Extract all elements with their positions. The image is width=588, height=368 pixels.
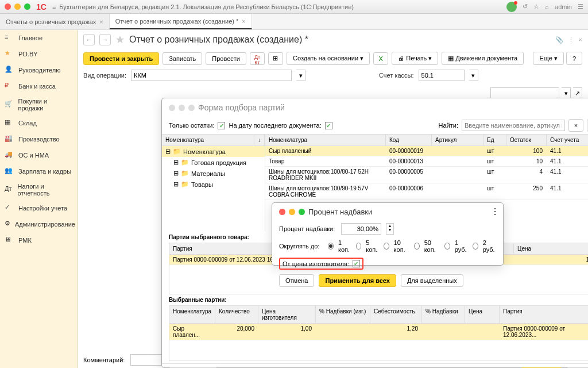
sidebar-item-poby[interactable]: ★PO.BY (0, 46, 77, 62)
sidebar-item-sales[interactable]: 🛒Покупки и продажи (0, 94, 77, 115)
tree-item[interactable]: ⊞📁Материалы (162, 168, 265, 179)
only-balance-checkbox[interactable]: ✔ (218, 122, 225, 129)
extra-field-1[interactable] (490, 87, 559, 99)
close-doc-icon[interactable]: × (579, 36, 582, 43)
pct-input[interactable] (341, 223, 381, 235)
history-icon[interactable]: ↺ (523, 3, 528, 10)
sidebar-item-hr[interactable]: 👥Зарплата и кадры (0, 163, 77, 179)
col-bal[interactable]: Остаток (506, 135, 547, 145)
nav-forward[interactable]: → (99, 34, 111, 45)
nomen-row[interactable]: Шины для мотоциклов:100/80-17 52H ROADRI… (265, 167, 588, 183)
search-icon[interactable]: ⌕ (545, 3, 549, 10)
col-nomen[interactable]: Номенклатура (265, 135, 386, 145)
sort-icon[interactable]: ↓ (254, 135, 265, 145)
pct-cancel-button[interactable]: Отмена (279, 274, 314, 287)
modal-min[interactable] (179, 105, 185, 111)
favorite-star-icon[interactable]: ★ (115, 33, 125, 46)
notifications-icon[interactable] (506, 2, 517, 12)
sidebar-item-manager[interactable]: 👤Руководителю (0, 62, 77, 78)
sidebar-item-taxes[interactable]: ДтНалоги и отчетность (0, 179, 77, 200)
search-clear[interactable]: × (568, 119, 583, 132)
dtkt-icon[interactable]: ДтКт (250, 52, 265, 65)
pct-close[interactable] (279, 209, 285, 215)
round-5kop[interactable] (356, 243, 362, 250)
favorite-icon[interactable]: ☆ (533, 3, 539, 10)
pct-menu-icon[interactable] (494, 208, 496, 216)
h[interactable]: Количество (215, 306, 258, 323)
close-icon[interactable]: × (242, 18, 245, 25)
print-button[interactable]: 🖨 Печать ▾ (392, 52, 438, 65)
tree-root[interactable]: ⊟📁Номенклатура (162, 146, 265, 157)
movements-button[interactable]: ▦ Движения документа (442, 52, 524, 65)
col-price[interactable]: Цена (514, 243, 588, 254)
search-input[interactable] (462, 120, 565, 131)
apply-all-button[interactable]: Применить для всех (319, 274, 396, 287)
op-type-input[interactable] (131, 70, 292, 81)
chosen-row[interactable]: Сыр плавлен... 20,000 1,00 1,20 Партия 0… (169, 324, 588, 340)
excel-icon[interactable]: X (373, 52, 388, 65)
save-button[interactable]: Записать (163, 52, 202, 65)
col-art[interactable]: Артикул (432, 135, 483, 145)
h[interactable]: % Надбавки (422, 306, 465, 323)
op-type-dropdown[interactable]: ▾ (296, 70, 305, 81)
pct-max[interactable] (299, 209, 305, 215)
post-button[interactable]: Провести (206, 52, 246, 65)
modal-max[interactable] (188, 105, 195, 111)
sidebar-item-settings[interactable]: ✓Настройки учета (0, 200, 77, 216)
post-close-button[interactable]: Провести и закрыть (83, 52, 159, 65)
pct-min[interactable] (289, 209, 295, 215)
cash-account-dropdown[interactable]: ▾ (469, 70, 478, 81)
h[interactable]: Цена (465, 306, 500, 323)
nav-back[interactable]: ← (83, 34, 95, 45)
h[interactable]: Цена изготовителя (258, 306, 316, 323)
apply-selected-button[interactable]: Для выделенных (401, 274, 463, 287)
sidebar-item-rmk[interactable]: 🖥РМК (0, 232, 77, 248)
dots-icon[interactable]: ⋮ (568, 36, 574, 44)
window-close[interactable] (5, 3, 11, 10)
extra-open-1[interactable]: ↗ (573, 87, 582, 99)
h[interactable]: % Надбавки (изг.) (316, 306, 370, 323)
cart-icon: 🛒 (5, 100, 13, 109)
round-1kop[interactable] (328, 243, 334, 250)
col-unit[interactable]: Ед (483, 135, 506, 145)
cash-account-input[interactable] (419, 70, 465, 81)
sidebar-item-assets[interactable]: 🚚ОС и НМА (0, 147, 77, 163)
attach-icon[interactable]: 📎 (555, 36, 563, 44)
sidebar-item-main[interactable]: ≡Главное (0, 30, 77, 46)
on-date-checkbox[interactable]: ✔ (325, 122, 332, 129)
window-maximize[interactable] (24, 3, 30, 10)
round-10kop[interactable] (384, 243, 389, 250)
nomen-row[interactable]: Товар00-00000013шт1041.1 (265, 156, 588, 167)
sidebar-item-bank[interactable]: ₽Банк и касса (0, 78, 77, 94)
create-based-button[interactable]: Создать на основании ▾ (287, 52, 370, 65)
hamburger-icon[interactable]: ≡ (52, 3, 56, 10)
sidebar-item-production[interactable]: 🏭Производство (0, 131, 77, 147)
extra-dd-1[interactable]: ▾ (562, 87, 571, 99)
more-button[interactable]: Еще ▾ (533, 52, 563, 65)
modal-close[interactable] (169, 105, 175, 111)
tree-item[interactable]: ⊞📁Товары (162, 179, 265, 190)
help-button[interactable]: ? (566, 52, 582, 65)
h[interactable]: Себестоимость (370, 306, 422, 323)
tree-item[interactable]: ⊞📁Готовая продукция (162, 157, 265, 168)
mfr-checkbox[interactable]: ✔ (353, 260, 360, 267)
pct-down[interactable]: ▼ (386, 228, 393, 232)
sidebar-item-warehouse[interactable]: ▦Склад (0, 115, 77, 131)
tab-reports-list[interactable]: Отчеты о розничных продажах × (0, 14, 110, 29)
close-icon[interactable]: × (99, 18, 103, 25)
col-acc[interactable]: Счет учета (547, 135, 588, 145)
menu-icon[interactable]: ☰ (578, 3, 583, 10)
structure-icon[interactable]: ⊞ (268, 52, 283, 65)
nomen-row[interactable]: Сыр плавленый00-00000019шт10041.1 (265, 146, 588, 156)
round-2rub[interactable] (473, 243, 478, 250)
h[interactable]: Партия (500, 306, 588, 323)
window-minimize[interactable] (14, 3, 21, 10)
h[interactable]: Номенклатура (169, 306, 215, 323)
nomen-row[interactable]: Шины для мотоциклов:100/90-19 57V COBRA … (265, 183, 588, 200)
round-1rub[interactable] (444, 243, 450, 250)
sidebar-item-admin[interactable]: ⚙Администрирование (0, 216, 77, 232)
pct-up[interactable]: ▲ (386, 224, 393, 228)
tab-report-create[interactable]: Отчет о розничных продажах (создание) * … (110, 14, 252, 29)
col-code[interactable]: Код (386, 135, 432, 145)
round-50kop[interactable] (414, 243, 420, 250)
